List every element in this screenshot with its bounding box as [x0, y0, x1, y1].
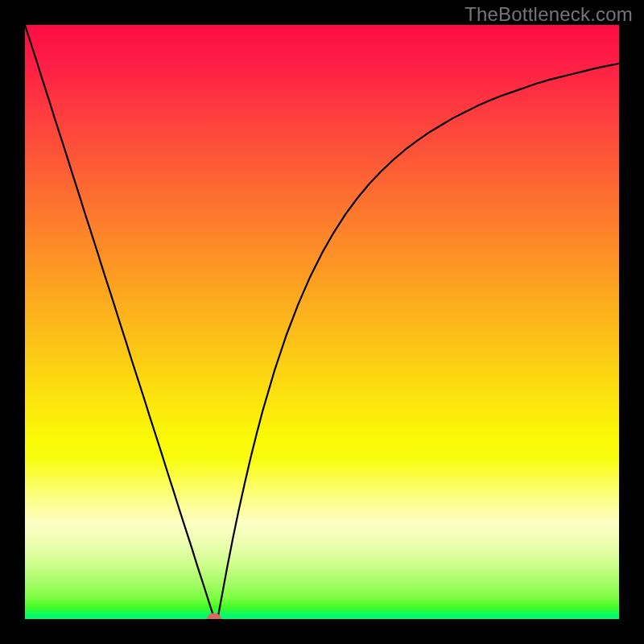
watermark-text: TheBottleneck.com: [464, 3, 633, 26]
plot-area: [25, 25, 619, 619]
curve-layer: [25, 25, 619, 619]
bottleneck-curve: [25, 25, 619, 619]
chart-container: TheBottleneck.com: [0, 0, 644, 644]
